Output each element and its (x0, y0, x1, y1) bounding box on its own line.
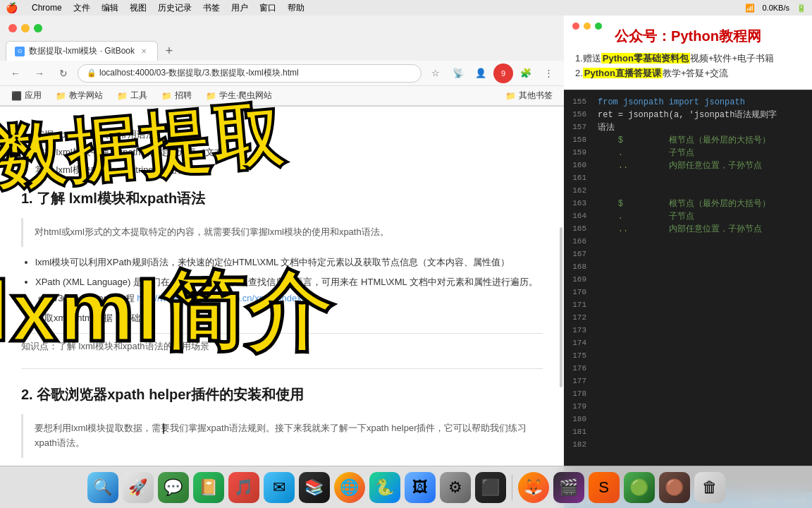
dock-icon-terminal[interactable]: ⬛ (475, 472, 506, 503)
menu-chrome[interactable]: Chrome (32, 3, 62, 13)
line-number: 179 (564, 401, 586, 413)
browser-tab-active[interactable]: G 数据提取-lxml模块 · GitBook ✕ (6, 41, 158, 61)
tab-close-button[interactable]: ✕ (139, 47, 149, 56)
line-number: 178 (564, 388, 586, 401)
section-1-bullet-2: XPath (XML Language) 是一门在 HTML\XML 文档中查找… (35, 275, 543, 306)
back-button[interactable]: ← (6, 64, 25, 83)
w3school-link[interactable]: http://www.w3school.com.cn/xpath/index.a… (137, 293, 319, 303)
menu-bookmarks[interactable]: 书签 (203, 2, 220, 14)
forward-button[interactable]: → (30, 64, 49, 83)
dock-icon-adium[interactable]: 💬 (158, 472, 189, 503)
promo-content: 1.赠送Python零基础资料包视频+软件+电子书籍 2.Python直播答疑课… (575, 52, 801, 81)
apple-menu[interactable]: 🍎 (6, 2, 18, 13)
line-number: 175 (564, 350, 586, 363)
section-1-list: lxml模块可以利用XPath规则语法，来快速的定位HTML\XML 文档中特定… (21, 255, 543, 325)
main-layout: G 数据提取-lxml模块 · GitBook ✕ + ← → ↻ 🔒 loca… (0, 16, 812, 508)
line-number: 180 (564, 413, 586, 426)
bookmark-edu-label: 教学网站 (69, 90, 103, 102)
menu-history[interactable]: 历史记录 (158, 2, 192, 14)
menu-button[interactable]: ⋮ (539, 64, 558, 83)
dock-icon-preview[interactable]: 🖼 (405, 472, 436, 503)
line-number: 161 (564, 172, 586, 185)
dock-icon-evernote[interactable]: 📔 (193, 472, 224, 503)
code-line (598, 185, 806, 198)
maximize-button[interactable] (34, 24, 42, 32)
promo-item-1: 1.赠送Python零基础资料包视频+软件+电子书籍 (575, 52, 801, 66)
dock-icon-node[interactable]: 🟤 (659, 472, 690, 503)
apps-icon: ⬛ (11, 91, 22, 101)
knowledge-point-1: 知识点：了解 lxml模块和xpath语法的应用场景 (21, 333, 543, 354)
section-1-sublist: W3School xpath教程 http://www.w3school.com… (35, 291, 543, 306)
dock-icon-chrome[interactable]: 🌐 (334, 472, 365, 503)
new-tab-button[interactable]: + (161, 42, 178, 59)
bookmark-other[interactable]: 📁 其他书签 (500, 88, 558, 103)
dock-icon-finder[interactable]: 🔍 (87, 472, 118, 503)
dock-icon-music[interactable]: 🎵 (228, 472, 259, 503)
line-number: 158 (564, 134, 586, 147)
dock-icon-obs[interactable]: 🎬 (553, 472, 584, 503)
scrollbar[interactable] (560, 227, 562, 388)
reload-button[interactable]: ↻ (54, 64, 73, 83)
tab-bar: G 数据提取-lxml模块 · GitBook ✕ + (0, 41, 564, 61)
bookmark-tools[interactable]: 📁 工具 (111, 88, 153, 103)
dock-icon-sublime[interactable]: S (589, 472, 620, 503)
dock-icon-pycharm[interactable]: 🐍 (369, 472, 400, 503)
tab-title: 数据提取-lxml模块 · GitBook (29, 45, 135, 57)
code-line: .. 内部任意位置，子孙节点 (598, 223, 806, 236)
line-number: 165 (564, 223, 586, 236)
section-2-title: 2. 谷歌浏览器xpath helper插件的安装和使用 (21, 383, 543, 406)
menu-window[interactable]: 窗口 (259, 2, 276, 14)
dock-icon-kindle[interactable]: 📚 (299, 472, 330, 503)
menu-file[interactable]: 文件 (73, 2, 90, 14)
dock-icon-trash[interactable]: 🗑 (694, 472, 725, 503)
address-text: localhost:4000/03-数据提取/3.数据提取-lxml模块.htm… (99, 67, 299, 79)
notification-button[interactable]: 9 (493, 64, 513, 83)
top-bullet-3: 掌握 lxml模块中etree.tostring函数的使用 (35, 163, 543, 178)
dock-icon-dev[interactable]: 🟢 (624, 472, 655, 503)
menubar-battery: 🔋 (796, 4, 806, 13)
menu-user[interactable]: 用户 (231, 2, 248, 14)
account-button[interactable]: 👤 (471, 64, 491, 83)
code-editor[interactable]: 1551561571581591601611621631641651661671… (564, 90, 812, 492)
promo-highlight-2: Python直播答疑课 (583, 68, 663, 78)
promo-dot-red (572, 23, 579, 30)
code-line (598, 299, 806, 312)
line-number: 168 (564, 261, 586, 274)
bookmark-star-button[interactable]: ☆ (426, 64, 445, 83)
extension-button[interactable]: 🧩 (516, 64, 536, 83)
line-numbers: 1551561571581591601611621631641651661671… (564, 90, 592, 492)
menu-view[interactable]: 视图 (130, 2, 147, 14)
dock-icon-launchpad[interactable]: 🚀 (123, 472, 154, 503)
code-line: .. 内部任意位置，子孙节点 (598, 159, 806, 172)
minimize-button[interactable] (21, 24, 30, 32)
dock-icon-browser2[interactable]: 🦊 (518, 472, 549, 503)
cast-button[interactable]: 📡 (448, 64, 468, 83)
line-number: 155 (564, 96, 586, 109)
code-line (598, 312, 806, 325)
code-line (598, 261, 806, 274)
bookmark-students[interactable]: 📁 学生·爬虫网站 (200, 88, 278, 103)
close-button[interactable] (8, 24, 17, 32)
bookmark-other-label: 其他书签 (519, 90, 553, 102)
jobs-icon: 📁 (161, 91, 172, 101)
bookmark-jobs[interactable]: 📁 招聘 (156, 88, 197, 103)
code-content[interactable]: from jsonpath import jsonpathret = jsonp… (592, 90, 812, 492)
code-line (598, 172, 806, 185)
other-icon: 📁 (505, 91, 516, 101)
address-bar[interactable]: 🔒 localhost:4000/03-数据提取/3.数据提取-lxml模块.h… (78, 64, 422, 83)
bookmark-edu[interactable]: 📁 教学网站 (50, 88, 109, 103)
top-bullet-1: 掌握 xpath语法-其他常用语法 (35, 128, 543, 143)
bookmark-apps[interactable]: ⬛ 应用 (6, 88, 47, 103)
menu-edit[interactable]: 编辑 (102, 2, 118, 14)
line-number: 167 (564, 248, 586, 261)
bookmark-students-label: 学生·爬虫网站 (219, 90, 272, 102)
top-bullets-list: 掌握 xpath语法-其他常用语法 掌握 lxml模块中使用xpath语法定位元… (21, 121, 543, 187)
section-2-intro-text: 要想利用lxml模块提取数据，需要我们掌握xpath语法规则。接下来我就来了解一… (35, 423, 527, 448)
dock-icon-settings[interactable]: ⚙ (440, 472, 471, 503)
code-line: 语法 (598, 121, 806, 134)
menu-help[interactable]: 帮助 (288, 2, 304, 14)
code-line: . 子节点 (598, 147, 806, 159)
browser-content[interactable]: 掌握 xpath语法-其他常用语法 掌握 lxml模块中使用xpath语法定位元… (0, 107, 564, 508)
dock-icon-mail[interactable]: ✉ (264, 472, 295, 503)
line-number: 173 (564, 325, 586, 337)
